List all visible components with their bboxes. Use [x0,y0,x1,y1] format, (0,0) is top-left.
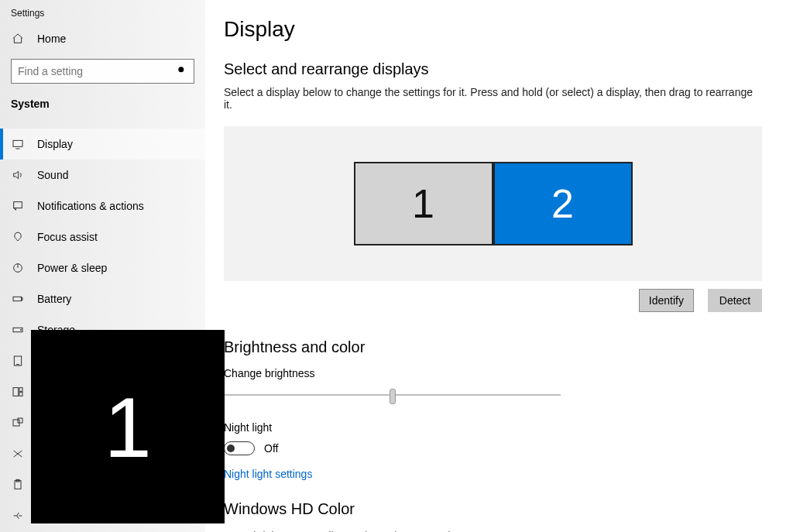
nav-item-power-sleep[interactable]: Power & sleep [0,252,205,283]
display-icon [11,138,25,150]
sound-icon [11,169,25,181]
multitask-icon [11,386,25,398]
nav-label: Battery [37,293,71,305]
notifications-icon [11,200,25,212]
svg-point-10 [20,329,21,330]
monitor-1[interactable]: 1 [354,162,493,245]
svg-point-0 [178,67,184,72]
svg-rect-13 [13,388,19,396]
nav-item-focus-assist[interactable]: Focus assist [0,221,205,252]
nav-label: Focus assist [37,231,98,243]
hdcolor-desc: Get a brighter, more vibrant picture in … [224,529,495,532]
nightlight-settings-link[interactable]: Night light settings [224,468,312,480]
identify-button[interactable]: Identify [639,289,694,312]
display-arrange-area[interactable]: 1 2 [224,126,762,281]
nav-label: Power & sleep [37,262,107,274]
svg-rect-4 [14,202,22,208]
brightness-title: Brightness and color [224,338,762,356]
home-label: Home [37,33,66,45]
nav-label: Sound [37,169,68,181]
nav-item-battery[interactable]: Battery [0,283,205,314]
brightness-slider[interactable] [224,387,762,403]
search-icon [177,65,187,78]
power-icon [11,262,25,274]
category-label: System [0,94,205,118]
svg-rect-15 [19,393,22,396]
identify-overlay: 1 [31,330,225,523]
nav-item-notifications[interactable]: Notifications & actions [0,190,205,221]
home-icon [11,33,25,45]
nightlight-label: Night light [224,421,762,434]
brightness-label: Change brightness [224,367,762,379]
svg-rect-2 [13,140,22,146]
svg-line-1 [184,71,186,74]
nightlight-toggle[interactable] [224,441,255,455]
app-title: Settings [0,5,205,25]
nav-label: Display [37,138,73,150]
rearrange-title: Select and rearrange displays [224,60,762,78]
battery-icon [11,293,25,305]
remote-icon [11,510,25,522]
rearrange-desc: Select a display below to change the set… [224,86,762,111]
focus-icon [11,231,25,243]
search-box[interactable] [11,59,194,84]
main-content: Display Select and rearrange displays Se… [205,0,793,532]
slider-thumb[interactable] [390,389,396,404]
tablet-icon [11,355,25,367]
storage-icon [11,324,25,336]
page-title: Display [224,17,762,42]
home-button[interactable]: Home [0,25,205,53]
search-input[interactable] [18,65,177,77]
svg-rect-8 [22,298,22,300]
nightlight-state: Off [264,442,278,455]
nav-item-sound[interactable]: Sound [0,160,205,190]
clipboard-icon [11,479,25,491]
detect-button[interactable]: Detect [708,289,762,312]
nav-label: Notifications & actions [37,200,144,212]
project-icon [11,417,25,429]
monitor-2[interactable]: 2 [493,162,633,245]
svg-rect-17 [18,418,22,423]
svg-rect-7 [13,297,22,300]
nav-item-display[interactable]: Display [0,129,205,160]
shared-icon [11,448,25,460]
svg-rect-14 [19,388,22,392]
hdcolor-title: Windows HD Color [224,500,762,518]
